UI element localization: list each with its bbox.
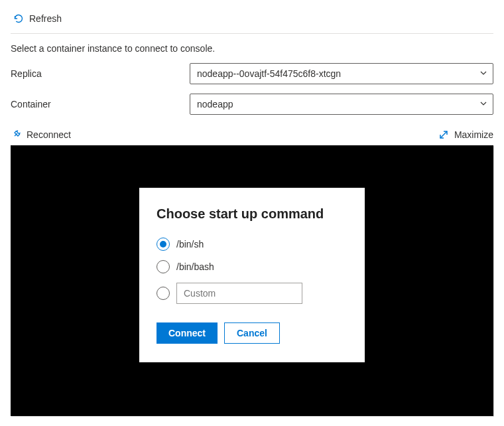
terminal: Choose start up command /bin/sh /bin/bas… bbox=[11, 145, 493, 416]
refresh-button[interactable]: Refresh bbox=[11, 11, 64, 27]
radio-label-binbash: /bin/bash bbox=[176, 261, 214, 272]
toolbar: Refresh bbox=[11, 7, 493, 34]
connect-button[interactable]: Connect bbox=[157, 322, 218, 344]
replica-label: Replica bbox=[11, 68, 190, 79]
radio-option-binbash[interactable]: /bin/bash bbox=[157, 260, 347, 273]
modal-title: Choose start up command bbox=[157, 206, 347, 222]
container-row: Container nodeapp bbox=[11, 94, 493, 115]
modal-actions: Connect Cancel bbox=[157, 322, 347, 344]
container-value: nodeapp bbox=[197, 99, 233, 109]
chevron-down-icon bbox=[479, 99, 487, 109]
chevron-down-icon bbox=[479, 68, 487, 79]
radio-label-binsh: /bin/sh bbox=[176, 239, 204, 249]
replica-row: Replica nodeapp--0ovajtf-54f475c6f8-xtcg… bbox=[11, 63, 493, 84]
cancel-button[interactable]: Cancel bbox=[224, 322, 280, 344]
radio-icon bbox=[157, 260, 170, 273]
container-select[interactable]: nodeapp bbox=[190, 94, 493, 115]
reconnect-button[interactable]: Reconnect bbox=[11, 129, 71, 140]
maximize-icon bbox=[438, 129, 449, 140]
help-text: Select a container instance to connect t… bbox=[11, 43, 493, 54]
replica-value: nodeapp--0ovajtf-54f475c6f8-xtcgn bbox=[197, 68, 341, 79]
radio-option-binsh[interactable]: /bin/sh bbox=[157, 238, 347, 251]
replica-select[interactable]: nodeapp--0ovajtf-54f475c6f8-xtcgn bbox=[190, 63, 493, 84]
terminal-toolbar: Reconnect Maximize bbox=[11, 129, 493, 140]
refresh-label: Refresh bbox=[29, 13, 62, 24]
maximize-button[interactable]: Maximize bbox=[438, 129, 493, 140]
custom-command-input[interactable] bbox=[176, 283, 302, 304]
refresh-icon bbox=[13, 13, 24, 24]
startup-command-modal: Choose start up command /bin/sh /bin/bas… bbox=[139, 188, 365, 362]
plug-icon bbox=[11, 129, 21, 140]
radio-icon bbox=[157, 287, 170, 300]
maximize-label: Maximize bbox=[454, 129, 493, 140]
reconnect-label: Reconnect bbox=[27, 129, 71, 140]
radio-option-custom[interactable] bbox=[157, 283, 347, 304]
radio-icon bbox=[157, 238, 170, 251]
container-label: Container bbox=[11, 99, 190, 109]
